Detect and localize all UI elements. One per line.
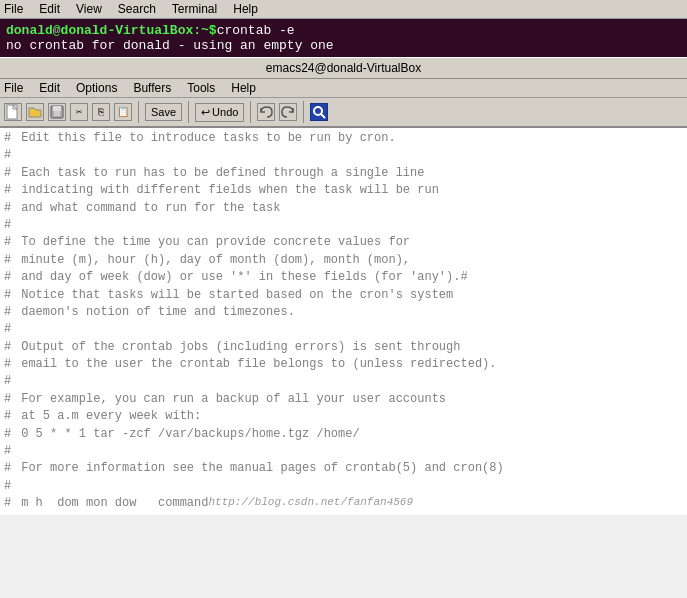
line-gutter: # <box>4 391 14 408</box>
emacs-toolbar[interactable]: ✂ ⎘ 📋 Save ↩ Undo <box>0 98 687 128</box>
line-content: Notice that tasks will be started based … <box>14 287 453 304</box>
line-gutter: # <box>4 495 14 512</box>
line-gutter: # <box>4 165 14 182</box>
line-item: # <box>4 373 683 390</box>
line-content: 0 5 * * 1 tar -zcf /var/backups/home.tgz… <box>14 426 360 443</box>
line-gutter: # <box>4 408 14 425</box>
line-gutter: # <box>4 147 14 164</box>
terminal-prompt: donald@donald-VirtualBox:~$ <box>6 23 217 38</box>
line-item: # minute (m), hour (h), day of month (do… <box>4 252 683 269</box>
line-content: Output of the crontab jobs (including er… <box>14 339 460 356</box>
line-item: # <box>4 321 683 338</box>
emacs-menu-help[interactable]: Help <box>231 81 256 95</box>
save-button[interactable]: Save <box>145 103 182 121</box>
line-item: # <box>4 478 683 495</box>
line-content: email to the user the crontab file belon… <box>14 356 496 373</box>
line-item: # For more information see the manual pa… <box>4 460 683 477</box>
toolbar-copy-icon[interactable]: ⎘ <box>92 103 110 121</box>
line-item: # To define the time you can provide con… <box>4 234 683 251</box>
line-gutter: # <box>4 130 14 147</box>
terminal-info: no crontab for donald - using an empty o… <box>6 38 334 53</box>
line-content: and day of week (dow) or use '*' in thes… <box>14 269 468 286</box>
emacs-menu-buffers[interactable]: Buffers <box>133 81 171 95</box>
toolbar-undo-icon[interactable] <box>257 103 275 121</box>
line-gutter: # <box>4 304 14 321</box>
watermark-text: http://blog.csdn.net/fanfan4569 <box>208 495 413 512</box>
line-gutter: # <box>4 321 14 338</box>
line-item: # <box>4 217 683 234</box>
line-item: # at 5 a.m every week with: <box>4 408 683 425</box>
line-item: # Notice that tasks will be started base… <box>4 287 683 304</box>
terminal-command: crontab -e <box>217 23 295 38</box>
toolbar-new-file-icon[interactable] <box>4 103 22 121</box>
toolbar-cut-icon[interactable]: ✂ <box>70 103 88 121</box>
line-gutter: # <box>4 269 14 286</box>
terminal-output: donald@donald-VirtualBox:~$ crontab -e n… <box>0 19 687 57</box>
emacs-content: # Edit this file to introduce tasks to b… <box>0 128 687 515</box>
line-gutter: # <box>4 217 14 234</box>
line-content: and what command to run for the task <box>14 200 280 217</box>
line-item: # Each task to run has to be defined thr… <box>4 165 683 182</box>
terminal-menu-view[interactable]: View <box>76 2 102 16</box>
line-item: # Output of the crontab jobs (including … <box>4 339 683 356</box>
line-item: # indicating with different fields when … <box>4 182 683 199</box>
toolbar-paste-icon[interactable]: 📋 <box>114 103 132 121</box>
line-gutter: # <box>4 356 14 373</box>
line-content: For example, you can run a backup of all… <box>14 391 446 408</box>
line-gutter: # <box>4 234 14 251</box>
terminal-menubar[interactable]: File Edit View Search Terminal Help <box>0 0 687 19</box>
emacs-menu-edit[interactable]: Edit <box>39 81 60 95</box>
terminal-menu-edit[interactable]: Edit <box>39 2 60 16</box>
svg-rect-4 <box>53 106 61 111</box>
toolbar-sep4 <box>303 101 304 123</box>
line-item: # daemon's notion of time and timezones. <box>4 304 683 321</box>
terminal-menu-terminal[interactable]: Terminal <box>172 2 217 16</box>
toolbar-sep3 <box>250 101 251 123</box>
emacs-menu-tools[interactable]: Tools <box>187 81 215 95</box>
line-gutter: # <box>4 182 14 199</box>
line-gutter: # <box>4 443 14 460</box>
line-item: # m h dom mon dow commandhttp://blog.csd… <box>4 495 683 512</box>
line-item: # email to the user the crontab file bel… <box>4 356 683 373</box>
line-item: # 0 5 * * 1 tar -zcf /var/backups/home.t… <box>4 426 683 443</box>
toolbar-open-file-icon[interactable] <box>26 103 44 121</box>
line-item: # For example, you can run a backup of a… <box>4 391 683 408</box>
line-item: # <box>4 443 683 460</box>
line-content: To define the time you can provide concr… <box>14 234 410 251</box>
line-content: indicating with different fields when th… <box>14 182 439 199</box>
svg-rect-5 <box>54 111 60 116</box>
line-content: m h dom mon dow command <box>14 495 208 512</box>
svg-point-6 <box>314 107 322 115</box>
terminal-menu-file[interactable]: File <box>4 2 23 16</box>
terminal-menu-help[interactable]: Help <box>233 2 258 16</box>
line-content: Each task to run has to be defined throu… <box>14 165 424 182</box>
line-gutter: # <box>4 339 14 356</box>
line-item: # <box>4 147 683 164</box>
line-gutter: # <box>4 200 14 217</box>
toolbar-sep1 <box>138 101 139 123</box>
emacs-menubar[interactable]: File Edit Options Buffers Tools Help <box>0 79 687 98</box>
line-content: daemon's notion of time and timezones. <box>14 304 295 321</box>
terminal-menu-search[interactable]: Search <box>118 2 156 16</box>
line-gutter: # <box>4 373 14 390</box>
toolbar-save-disk-icon[interactable] <box>48 103 66 121</box>
toolbar-sep2 <box>188 101 189 123</box>
line-item: # and what command to run for the task <box>4 200 683 217</box>
line-gutter: # <box>4 478 14 495</box>
line-gutter: # <box>4 252 14 269</box>
line-gutter: # <box>4 426 14 443</box>
line-content: For more information see the manual page… <box>14 460 504 477</box>
line-item: # and day of week (dow) or use '*' in th… <box>4 269 683 286</box>
line-content: minute (m), hour (h), day of month (dom)… <box>14 252 410 269</box>
emacs-titlebar: emacs24@donald-VirtualBox <box>0 57 687 79</box>
search-icon[interactable] <box>310 103 328 121</box>
emacs-menu-options[interactable]: Options <box>76 81 117 95</box>
line-gutter: # <box>4 460 14 477</box>
toolbar-redo-icon[interactable] <box>279 103 297 121</box>
undo-button[interactable]: ↩ Undo <box>195 103 244 122</box>
svg-line-7 <box>321 114 325 118</box>
line-item: # Edit this file to introduce tasks to b… <box>4 130 683 147</box>
line-gutter: # <box>4 287 14 304</box>
emacs-menu-file[interactable]: File <box>4 81 23 95</box>
line-content: at 5 a.m every week with: <box>14 408 201 425</box>
